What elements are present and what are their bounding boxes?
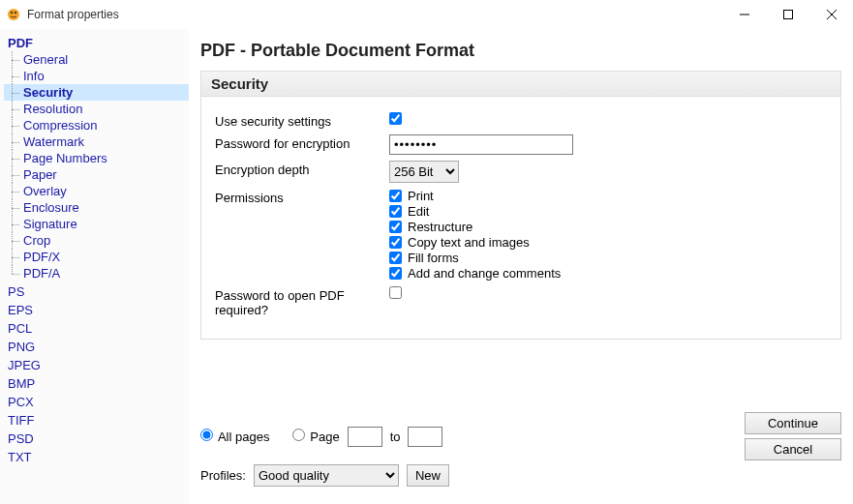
- svg-point-0: [8, 9, 19, 20]
- open-password-checkbox[interactable]: [389, 286, 402, 299]
- permission-checkbox[interactable]: [389, 221, 402, 233]
- main-content: PDF - Portable Document Format Security …: [189, 29, 853, 504]
- sidebar-format-psd[interactable]: PSD: [4, 430, 189, 447]
- permission-label: Edit: [408, 204, 429, 219]
- sidebar-format-tiff[interactable]: TIFF: [4, 412, 189, 429]
- permissions-label: Permissions: [215, 189, 389, 205]
- use-security-checkbox[interactable]: [389, 112, 402, 125]
- scope-page[interactable]: Page: [292, 429, 340, 444]
- continue-button[interactable]: Continue: [745, 412, 841, 434]
- window-title: Format properties: [27, 8, 119, 21]
- encryption-depth-select[interactable]: 256 Bit: [389, 161, 459, 183]
- svg-point-2: [15, 12, 17, 15]
- password-encryption-input[interactable]: [389, 134, 573, 155]
- permission-checkbox[interactable]: [389, 267, 402, 280]
- page-title: PDF - Portable Document Format: [200, 41, 841, 61]
- scope-all-pages[interactable]: All pages: [200, 429, 269, 444]
- encryption-depth-label: Encryption depth: [215, 161, 389, 177]
- maximize-button[interactable]: [766, 0, 809, 29]
- permission-checkbox[interactable]: [389, 236, 402, 249]
- sidebar-format-jpeg[interactable]: JPEG: [4, 357, 189, 373]
- app-icon: [6, 7, 21, 22]
- page-radio[interactable]: [292, 429, 305, 441]
- cancel-button[interactable]: Cancel: [745, 438, 841, 460]
- sidebar-format-pcl[interactable]: PCL: [4, 320, 189, 337]
- security-panel: Security Use security settings Password …: [200, 71, 841, 340]
- permission-label: Copy text and images: [408, 235, 530, 250]
- sidebar-format-bmp[interactable]: BMP: [4, 375, 189, 392]
- permission-label: Add and change comments: [408, 266, 561, 281]
- permission-checkbox[interactable]: [389, 205, 402, 218]
- permission-label: Restructure: [408, 220, 472, 234]
- open-password-label: Password to open PDF required?: [215, 286, 389, 317]
- sidebar-root-pdf[interactable]: PDF: [4, 35, 189, 51]
- sidebar-format-eps[interactable]: EPS: [4, 302, 189, 318]
- permission-checkbox[interactable]: [389, 252, 402, 264]
- permission-restructure[interactable]: Restructure: [389, 220, 827, 234]
- sidebar-item-watermark[interactable]: Watermark: [4, 133, 189, 150]
- permission-checkbox[interactable]: [389, 190, 402, 202]
- password-encryption-label: Password for encryption: [215, 134, 389, 151]
- sidebar-item-compression[interactable]: Compression: [4, 117, 189, 133]
- svg-point-1: [11, 12, 14, 15]
- close-button[interactable]: [809, 0, 853, 29]
- sidebar-format-pcx[interactable]: PCX: [4, 394, 189, 410]
- sidebar-item-security[interactable]: Security: [4, 84, 189, 101]
- page-from-input[interactable]: [348, 427, 382, 447]
- minimize-button[interactable]: [722, 0, 766, 29]
- svg-rect-4: [783, 11, 792, 19]
- permission-label: Fill forms: [408, 251, 459, 265]
- footer: All pages Page to Continue Cancel Profil…: [200, 393, 841, 496]
- sidebar-item-info[interactable]: Info: [4, 68, 189, 84]
- sidebar-item-resolution[interactable]: Resolution: [4, 101, 189, 117]
- sidebar-format-png[interactable]: PNG: [4, 339, 189, 355]
- permission-label: Print: [408, 189, 434, 203]
- profiles-select[interactable]: Good quality: [254, 464, 399, 487]
- page-to-input[interactable]: [408, 427, 442, 447]
- sidebar-item-enclosure[interactable]: Enclosure: [4, 199, 189, 216]
- sidebar-item-paper[interactable]: Paper: [4, 166, 189, 183]
- use-security-label: Use security settings: [215, 112, 389, 129]
- permission-fill-forms[interactable]: Fill forms: [389, 251, 827, 265]
- sidebar-item-general[interactable]: General: [4, 51, 189, 68]
- sidebar-format-ps[interactable]: PS: [4, 283, 189, 300]
- all-pages-label: All pages: [218, 430, 269, 444]
- titlebar: Format properties: [0, 0, 853, 29]
- sidebar-item-crop[interactable]: Crop: [4, 232, 189, 249]
- profiles-label: Profiles:: [200, 468, 246, 483]
- sidebar-item-pdf-x[interactable]: PDF/X: [4, 249, 189, 265]
- sidebar-format-txt[interactable]: TXT: [4, 449, 189, 465]
- permission-print[interactable]: Print: [389, 189, 827, 203]
- sidebar-item-pdf-a[interactable]: PDF/A: [4, 265, 189, 282]
- permission-edit[interactable]: Edit: [389, 204, 827, 219]
- sidebar: PDFGeneralInfoSecurityResolutionCompress…: [0, 29, 189, 504]
- panel-header: Security: [201, 72, 840, 97]
- permission-add-and-change-comments[interactable]: Add and change comments: [389, 266, 827, 281]
- all-pages-radio[interactable]: [200, 429, 213, 441]
- page-label: Page: [310, 430, 339, 444]
- sidebar-item-page-numbers[interactable]: Page Numbers: [4, 150, 189, 166]
- sidebar-item-overlay[interactable]: Overlay: [4, 183, 189, 199]
- to-label: to: [390, 430, 401, 444]
- new-profile-button[interactable]: New: [407, 464, 449, 487]
- sidebar-item-signature[interactable]: Signature: [4, 216, 189, 232]
- permission-copy-text-and-images[interactable]: Copy text and images: [389, 235, 827, 250]
